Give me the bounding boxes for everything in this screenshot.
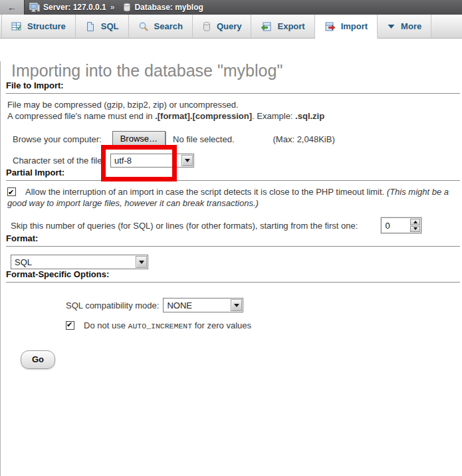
page-title: Importing into the database "myblog" <box>11 61 462 80</box>
tab-search[interactable]: Search <box>129 15 193 38</box>
back-arrow-icon: ← <box>7 2 17 13</box>
max-size-text: (Max: 2,048KiB) <box>273 134 335 144</box>
compression-note-line2: A compressed file's name must end in <box>7 111 155 121</box>
breadcrumb-database[interactable]: Database: myblog <box>134 3 203 12</box>
browse-button[interactable]: Browse… <box>112 131 166 147</box>
charset-row: Character set of the file: utf-8 <box>1 154 462 168</box>
browse-label: Browse your computer: <box>13 134 102 144</box>
chevron-down-icon <box>231 299 242 311</box>
tab-import[interactable]: Import <box>315 15 378 39</box>
tab-bar: Structure SQL Search <box>0 15 462 39</box>
charset-select[interactable]: utf-8 <box>110 154 194 168</box>
charset-selected-value: utf-8 <box>114 156 132 166</box>
query-icon <box>202 21 211 32</box>
tab-query[interactable]: Query <box>193 15 252 38</box>
breadcrumb-separator: » <box>110 3 115 12</box>
caret-down-icon <box>387 23 396 30</box>
sql-compatibility-label: SQL compatibility mode: <box>66 300 159 310</box>
tab-label: Search <box>154 21 183 31</box>
search-icon <box>138 21 149 32</box>
compression-note-mid: . Example: <box>252 111 295 121</box>
allow-interrupt-checkbox[interactable] <box>7 187 16 196</box>
go-button[interactable]: Go <box>21 350 55 369</box>
no-file-text: No file selected. <box>173 134 235 144</box>
partial-import-heading: Partial Import: <box>6 168 460 181</box>
main-content: Importing into the database "myblog" Fil… <box>0 61 462 476</box>
sql-compatibility-value: NONE <box>167 300 192 310</box>
action-row: Go <box>21 350 462 369</box>
skip-queries-value: 0 <box>382 221 409 231</box>
compression-note-line1: File may be compressed (gzip, bzip2, zip… <box>7 100 239 110</box>
format-selected-value: SQL <box>15 257 32 267</box>
tab-label: SQL <box>101 21 119 31</box>
structure-icon <box>11 21 22 32</box>
sql-compatibility-row: SQL compatibility mode: NONE <box>1 298 462 312</box>
charset-label: Character set of the file: <box>13 156 104 166</box>
allow-interrupt-paragraph: Allow the interruption of an import in c… <box>7 186 457 209</box>
auto-increment-row: Do not use AUTO_INCREMENT for zero value… <box>1 320 462 330</box>
allow-interrupt-text: Allow the interruption of an import in c… <box>25 187 387 197</box>
tab-more[interactable]: More <box>378 15 431 38</box>
tab-label: Export <box>277 21 304 31</box>
database-icon <box>123 3 131 12</box>
chevron-down-icon <box>136 256 147 268</box>
server-icon <box>29 3 40 13</box>
auto-increment-post: for zero values <box>192 320 251 330</box>
skip-queries-label: Skip this number of queries (for SQL) or… <box>11 221 358 231</box>
breadcrumb-server[interactable]: Server: 127.0.0.1 <box>43 3 106 12</box>
auto-increment-pre: Do not use <box>84 320 128 330</box>
auto-increment-text: Do not use AUTO_INCREMENT for zero value… <box>84 320 251 330</box>
compression-note: File may be compressed (gzip, bzip2, zip… <box>7 99 457 122</box>
spinner-down-icon[interactable] <box>410 226 420 233</box>
phpmyadmin-import-page: ← Server: 127.0.0.1 » Database: myblog <box>0 0 462 476</box>
format-select[interactable]: SQL <box>11 255 148 269</box>
tab-export[interactable]: Export <box>251 15 314 38</box>
back-button[interactable]: ← <box>0 0 25 15</box>
export-icon <box>261 21 272 32</box>
tab-label: More <box>401 21 421 31</box>
spinner-up-icon[interactable] <box>410 219 420 225</box>
import-icon <box>324 21 336 32</box>
tab-sql[interactable]: SQL <box>76 15 129 38</box>
spinner <box>409 218 421 233</box>
tab-structure[interactable]: Structure <box>1 15 76 38</box>
format-compression-token: .[format].[compression] <box>155 111 252 121</box>
format-heading: Format: <box>6 233 460 247</box>
sql-icon <box>85 21 96 32</box>
skip-queries-input[interactable]: 0 <box>381 217 421 233</box>
sql-compatibility-select[interactable]: NONE <box>163 298 243 312</box>
breadcrumb: ← Server: 127.0.0.1 » Database: myblog <box>0 0 462 15</box>
tab-label: Import <box>341 21 368 31</box>
auto-increment-checkbox[interactable] <box>66 321 74 330</box>
tab-label: Query <box>217 21 242 31</box>
example-token: .sql.zip <box>295 111 324 121</box>
format-options-heading: Format-Specific Options: <box>6 269 460 283</box>
browse-row: Browse your computer: Browse… No file se… <box>1 130 462 148</box>
skip-queries-row: Skip this number of queries (for SQL) or… <box>1 217 462 233</box>
file-to-import-heading: File to Import: <box>6 80 460 94</box>
chevron-down-icon <box>181 155 193 166</box>
auto-increment-code: AUTO_INCREMENT <box>128 322 193 330</box>
tab-label: Structure <box>27 21 66 31</box>
